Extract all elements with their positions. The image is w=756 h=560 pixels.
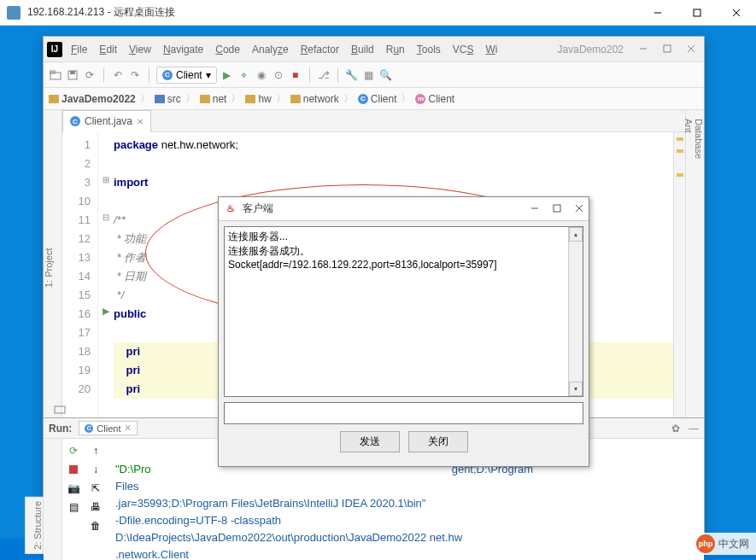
php-badge-icon: php [696, 534, 715, 553]
vcs-icon[interactable]: ⎇ [317, 68, 331, 82]
debug-icon[interactable]: ⌖ [237, 68, 251, 82]
dialog-maximize-button[interactable] [553, 203, 561, 215]
stop-button[interactable] [67, 463, 80, 476]
down-icon[interactable]: ↓ [89, 463, 103, 476]
send-button[interactable]: 发送 [340, 431, 400, 452]
coverage-icon[interactable]: ◉ [255, 68, 268, 82]
class-icon: C [358, 94, 368, 104]
rdp-minimize-button[interactable] [638, 0, 677, 26]
ide-project-title: JavaDemo202 [558, 44, 624, 55]
structure-icon[interactable]: ▦ [362, 68, 376, 82]
refresh-icon[interactable]: ⟳ [83, 68, 97, 82]
folder-icon [290, 95, 301, 103]
dialog-titlebar[interactable]: ♨ 客户端 [219, 197, 589, 221]
run-config-name: Client [176, 69, 202, 81]
open-icon[interactable] [49, 68, 62, 82]
scroll-down-icon[interactable]: ▾ [569, 382, 583, 396]
line-numbers: 123 101112 131415 161718 1920 [62, 132, 98, 417]
breadcrumb-item[interactable]: network [290, 93, 339, 105]
ide-toolbar: ⟳ ↶ ↷ C Client ▾ ▶ ⌖ ◉ ⊙ ■ ⎇ 🔧 ▦ 🔍 [44, 62, 704, 88]
menu-window[interactable]: Wi [485, 44, 497, 55]
wrench-icon[interactable]: 🔧 [345, 68, 359, 82]
overview-ruler[interactable] [673, 132, 685, 417]
menu-build[interactable]: Build [351, 44, 374, 55]
folder-icon [245, 95, 255, 103]
close-tab-icon[interactable]: ✕ [137, 117, 144, 126]
ide-maximize-button[interactable] [663, 44, 671, 55]
up-icon[interactable]: ↑ [89, 444, 103, 458]
breadcrumb-item[interactable]: mClient [415, 93, 454, 105]
database-tab[interactable]: Database [694, 119, 704, 404]
breadcrumb-item[interactable]: JavaDemo2022 [49, 93, 136, 105]
file-tab[interactable]: C Client.java ✕ [62, 110, 151, 132]
menu-run[interactable]: Run [386, 44, 405, 55]
ide-window-controls [639, 44, 700, 55]
profiler-icon[interactable]: ⊙ [272, 68, 285, 82]
rdp-close-button[interactable] [717, 0, 756, 26]
svg-rect-14 [554, 205, 560, 212]
menu-tools[interactable]: Tools [417, 44, 441, 55]
message-input[interactable] [224, 402, 583, 424]
export-icon[interactable]: ⇱ [89, 481, 103, 495]
dialog-minimize-button[interactable] [530, 203, 539, 215]
layout-icon[interactable]: ▤ [67, 500, 80, 514]
java-icon: ♨ [224, 202, 237, 216]
method-icon: m [415, 94, 425, 104]
breadcrumb-item[interactable]: net [200, 93, 227, 105]
run-config-selector[interactable]: C Client ▾ [156, 67, 217, 84]
run-tool-column2: ↑ ↓ ⇱ 🖶 🗑 [85, 439, 107, 560]
print-icon[interactable]: 🖶 [89, 500, 103, 514]
search-icon[interactable]: 🔍 [379, 68, 393, 82]
scroll-up-icon[interactable]: ▴ [569, 227, 583, 242]
rerun-icon[interactable]: ⟳ [67, 444, 80, 458]
ide-menu-bar: File Edit View Navigate Code Analyze Ref… [71, 44, 558, 55]
close-button[interactable]: 关闭 [408, 431, 468, 452]
log-textarea[interactable]: 连接服务器...连接服务器成功。Socket[addr=/192.168.129… [224, 226, 583, 397]
breadcrumb-item[interactable]: hw [245, 93, 271, 105]
menu-code[interactable]: Code [215, 44, 240, 55]
rdp-titlebar: 192.168.214.213 - 远程桌面连接 [0, 0, 756, 26]
run-icon[interactable]: ▶ [220, 68, 234, 82]
save-icon[interactable] [66, 68, 79, 82]
breadcrumb-item[interactable]: CClient [358, 93, 397, 105]
folder-icon [155, 95, 165, 103]
menu-edit[interactable]: Edit [99, 44, 117, 55]
redo-icon[interactable]: ↷ [128, 68, 142, 82]
run-tool-column1: ⟳ 📷 ▤ [62, 439, 85, 560]
ide-titlebar[interactable]: IJ File Edit View Navigate Code Analyze … [44, 37, 704, 62]
rdp-window-controls [638, 0, 756, 26]
dialog-close-button[interactable] [575, 203, 583, 215]
svg-rect-1 [694, 9, 700, 16]
gutter: ⊞ ⊟ ▶ [98, 132, 114, 417]
watermark: php 中文网 [689, 533, 756, 555]
ide-close-button[interactable] [687, 44, 695, 55]
client-dialog[interactable]: ♨ 客户端 连接服务器...连接服务器成功。Socket[addr=/192.1… [218, 196, 589, 467]
delete-icon[interactable]: 🗑 [89, 519, 103, 533]
menu-navigate[interactable]: Navigate [163, 44, 203, 55]
structure-tab[interactable]: 2: Structure [25, 497, 44, 554]
chevron-down-icon: ▾ [206, 69, 211, 81]
attach-icon[interactable]: 📷 [67, 481, 80, 495]
project-tool-tab[interactable]: 1: Project [44, 119, 66, 417]
ide-minimize-button[interactable] [639, 44, 648, 55]
file-tab-label: Client.java [85, 115, 132, 127]
breadcrumb-item[interactable]: src [155, 93, 181, 105]
scrollbar[interactable]: ▴ ▾ [568, 227, 583, 396]
undo-icon[interactable]: ↶ [111, 68, 125, 82]
fold-icon[interactable]: ⊟ [98, 207, 114, 226]
dialog-title: 客户端 [243, 201, 530, 216]
menu-analyze[interactable]: Analyze [252, 44, 289, 55]
rdp-maximize-button[interactable] [677, 0, 717, 26]
folder-icon [200, 95, 210, 103]
stop-icon[interactable]: ■ [289, 68, 302, 82]
fold-icon[interactable]: ⊞ [98, 170, 114, 189]
menu-file[interactable]: File [71, 44, 87, 55]
run-gutter-icon[interactable]: ▶ [98, 301, 114, 320]
menu-refactor[interactable]: Refactor [301, 44, 339, 55]
dialog-buttons: 发送 关闭 [224, 424, 583, 461]
svg-rect-5 [664, 45, 671, 52]
menu-view[interactable]: View [129, 44, 151, 55]
class-icon: C [70, 116, 80, 126]
menu-vcs[interactable]: VCS [453, 44, 474, 55]
left-tool-tabs: 1: Project [44, 110, 62, 417]
